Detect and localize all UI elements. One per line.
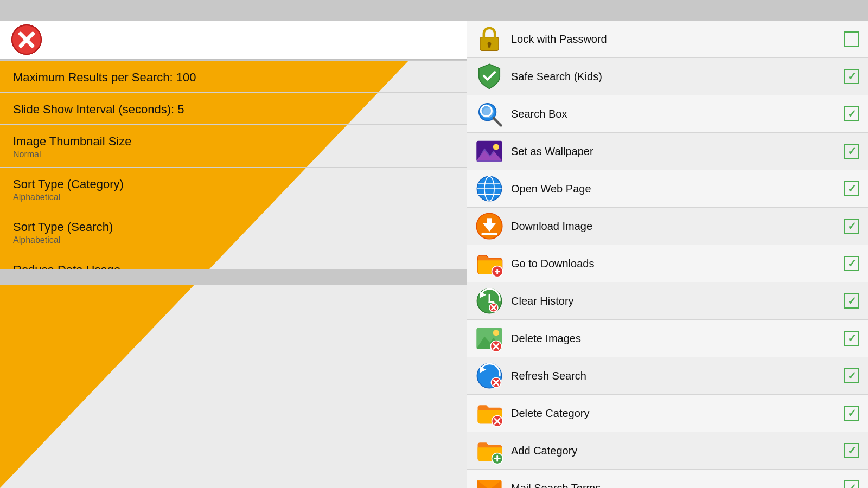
feature-row-delete-category[interactable]: Delete Category✓ bbox=[467, 395, 868, 432]
settings-item-slideshow-interval[interactable]: Slide Show Interval (seconds): 5 bbox=[0, 93, 467, 125]
settings-item-value: Alphabetical bbox=[13, 192, 454, 202]
settings-item-thumbnail-size[interactable]: Image Thumbnail SizeNormal bbox=[0, 125, 467, 168]
feature-row-go-downloads[interactable]: Go to Downloads✓ bbox=[467, 245, 868, 282]
settings-list: Maximum Results per Search: 100Slide Sho… bbox=[0, 61, 467, 285]
checkmark: ✓ bbox=[847, 444, 857, 457]
checkmark: ✓ bbox=[847, 332, 857, 345]
history-icon bbox=[475, 287, 503, 315]
header-row bbox=[0, 21, 467, 60]
settings-item-value: Normal bbox=[13, 150, 454, 159]
left-content: Maximum Results per Search: 100Slide Sho… bbox=[0, 0, 467, 285]
feature-row-refresh-search[interactable]: Refresh Search✓ bbox=[467, 357, 868, 395]
svg-point-36 bbox=[493, 330, 499, 336]
svg-rect-23 bbox=[481, 233, 497, 235]
feature-checkbox-delete-images[interactable]: ✓ bbox=[844, 331, 859, 346]
feature-row-safe-search[interactable]: Safe Search (Kids)✓ bbox=[467, 58, 868, 95]
feature-checkbox-set-wallpaper[interactable]: ✓ bbox=[844, 144, 859, 159]
download-icon bbox=[475, 212, 503, 240]
wallpaper-icon bbox=[475, 137, 503, 165]
settings-item-title: Sort Type (Category) bbox=[13, 177, 454, 191]
feature-checkbox-delete-category[interactable]: ✓ bbox=[844, 406, 859, 421]
checkmark: ✓ bbox=[847, 294, 857, 307]
feature-row-clear-history[interactable]: Clear History✓ bbox=[467, 282, 868, 320]
checkmark: ✓ bbox=[847, 220, 857, 233]
feature-checkbox-mail-search[interactable]: ✓ bbox=[844, 480, 859, 488]
feature-row-set-wallpaper[interactable]: Set as Wallpaper✓ bbox=[467, 133, 868, 170]
feature-checkbox-safe-search[interactable]: ✓ bbox=[844, 69, 859, 84]
feature-row-lock-password[interactable]: Lock with Password bbox=[467, 21, 868, 58]
settings-item-title: Sort Type (Search) bbox=[13, 220, 454, 234]
feature-label-set-wallpaper: Set as Wallpaper bbox=[511, 145, 844, 158]
lock-icon bbox=[475, 25, 503, 53]
feature-checkbox-lock-password[interactable] bbox=[844, 31, 859, 47]
left-panel: Maximum Results per Search: 100Slide Sho… bbox=[0, 0, 467, 488]
feature-row-open-web[interactable]: Open Web Page✓ bbox=[467, 170, 868, 208]
feature-label-mail-search: Mail Search Terms bbox=[511, 482, 844, 489]
feature-row-delete-images[interactable]: Delete Images✓ bbox=[467, 320, 868, 357]
mail-icon bbox=[475, 474, 503, 488]
svg-point-14 bbox=[493, 144, 499, 150]
bottom-bar-left bbox=[0, 269, 467, 285]
settings-item-max-results[interactable]: Maximum Results per Search: 100 bbox=[0, 61, 467, 93]
feature-row-add-category[interactable]: Add Category✓ bbox=[467, 432, 868, 470]
block-icon bbox=[11, 24, 42, 55]
svg-rect-22 bbox=[487, 218, 492, 226]
feature-checkbox-search-box[interactable]: ✓ bbox=[844, 106, 859, 121]
feature-checkbox-download-image[interactable]: ✓ bbox=[844, 219, 859, 234]
settings-item-title: Maximum Results per Search: 100 bbox=[13, 70, 454, 85]
checkmark: ✓ bbox=[847, 70, 857, 83]
feature-label-safe-search: Safe Search (Kids) bbox=[511, 70, 844, 83]
feature-checkbox-go-downloads[interactable]: ✓ bbox=[844, 256, 859, 271]
feature-checkbox-open-web[interactable]: ✓ bbox=[844, 181, 859, 196]
checkmark: ✓ bbox=[847, 107, 857, 120]
svg-rect-6 bbox=[488, 44, 491, 48]
feature-label-search-box: Search Box bbox=[511, 108, 844, 120]
top-bar-left bbox=[0, 0, 467, 21]
checkmark: ✓ bbox=[847, 481, 857, 488]
safe-icon bbox=[475, 62, 503, 91]
feature-row-download-image[interactable]: Download Image✓ bbox=[467, 208, 868, 245]
feature-checkbox-refresh-search[interactable]: ✓ bbox=[844, 368, 859, 383]
features-list: Lock with Password Safe Search (Kids)✓ S… bbox=[467, 21, 868, 488]
checkmark: ✓ bbox=[847, 182, 857, 195]
search-icon bbox=[475, 100, 503, 128]
settings-item-sort-search[interactable]: Sort Type (Search)Alphabetical bbox=[0, 210, 467, 253]
settings-item-sort-category[interactable]: Sort Type (Category)Alphabetical bbox=[0, 168, 467, 210]
feature-checkbox-clear-history[interactable]: ✓ bbox=[844, 293, 859, 309]
feature-label-open-web: Open Web Page bbox=[511, 183, 844, 195]
feature-label-download-image: Download Image bbox=[511, 220, 844, 233]
settings-item-value: Alphabetical bbox=[13, 235, 454, 245]
web-icon bbox=[475, 175, 503, 203]
feature-label-clear-history: Clear History bbox=[511, 295, 844, 307]
feature-label-refresh-search: Refresh Search bbox=[511, 370, 844, 382]
right-panel: Lock with Password Safe Search (Kids)✓ S… bbox=[467, 0, 868, 488]
feature-row-mail-search[interactable]: Mail Search Terms✓ bbox=[467, 470, 868, 488]
feature-checkbox-add-category[interactable]: ✓ bbox=[844, 443, 859, 458]
settings-item-title: Image Thumbnail Size bbox=[13, 134, 454, 149]
svg-line-10 bbox=[494, 118, 501, 126]
feature-label-lock-password: Lock with Password bbox=[511, 33, 844, 46]
delete-img-icon bbox=[475, 324, 503, 352]
settings-item-title: Slide Show Interval (seconds): 5 bbox=[13, 102, 454, 117]
refresh-icon bbox=[475, 362, 503, 390]
feature-label-go-downloads: Go to Downloads bbox=[511, 258, 844, 270]
feature-label-delete-images: Delete Images bbox=[511, 332, 844, 345]
feature-row-search-box[interactable]: Search Box✓ bbox=[467, 95, 868, 133]
feature-label-add-category: Add Category bbox=[511, 445, 844, 457]
checkmark: ✓ bbox=[847, 145, 857, 158]
checkmark: ✓ bbox=[847, 369, 857, 382]
add-cat-icon bbox=[475, 436, 503, 465]
del-cat-icon bbox=[475, 399, 503, 427]
checkmark: ✓ bbox=[847, 407, 857, 420]
top-bar-right bbox=[467, 0, 868, 21]
folder-icon bbox=[475, 249, 503, 278]
feature-label-delete-category: Delete Category bbox=[511, 407, 844, 420]
checkmark: ✓ bbox=[847, 257, 857, 270]
